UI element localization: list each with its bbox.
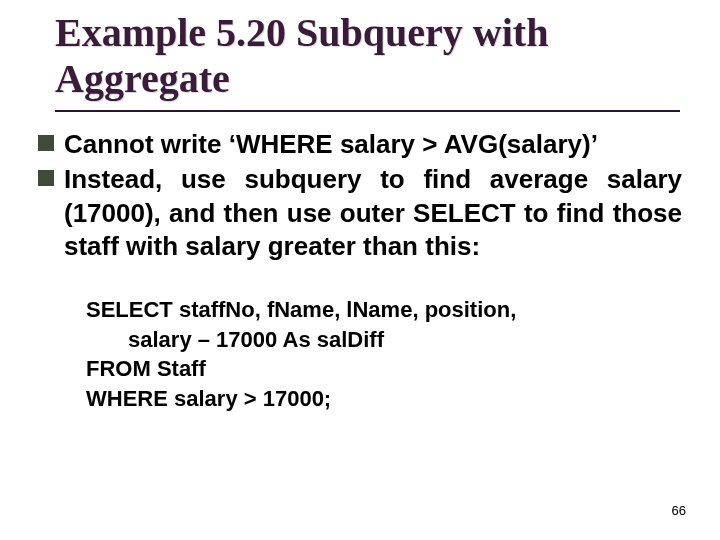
- code-line: FROM Staff: [86, 354, 682, 384]
- bullet-item: Cannot write ‘WHERE salary > AVG(salary)…: [38, 128, 682, 161]
- bullet-text: Instead, use subquery to find average sa…: [64, 163, 682, 263]
- bullet-text: Cannot write ‘WHERE salary > AVG(salary)…: [64, 128, 682, 161]
- page-number: 66: [672, 503, 686, 518]
- title-underline: [55, 110, 680, 112]
- body-area: Cannot write ‘WHERE salary > AVG(salary)…: [38, 128, 682, 414]
- square-bullet-icon: [38, 135, 54, 151]
- title-area: Example 5.20 Subquery with Aggregate: [55, 10, 680, 112]
- slide-title: Example 5.20 Subquery with Aggregate: [55, 10, 680, 108]
- sql-code-block: SELECT staffNo, fName, lName, position, …: [86, 295, 682, 414]
- code-line: WHERE salary > 17000;: [86, 384, 682, 414]
- bullet-item: Instead, use subquery to find average sa…: [38, 163, 682, 263]
- slide: Example 5.20 Subquery with Aggregate Can…: [0, 0, 720, 540]
- code-line: SELECT staffNo, fName, lName, position,: [86, 295, 682, 325]
- square-bullet-icon: [38, 170, 54, 186]
- code-line: salary – 17000 As salDiff: [86, 325, 682, 355]
